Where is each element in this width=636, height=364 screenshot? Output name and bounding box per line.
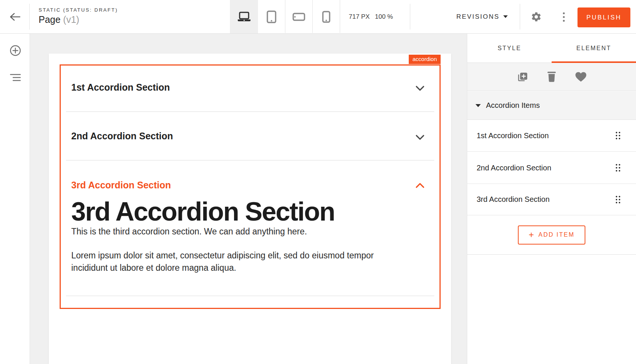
accordion-expanded-content: 3rd Accordion Section This is the third …: [71, 197, 432, 274]
gear-icon: [531, 11, 542, 22]
inspector-tabs: STYLE ELEMENT: [467, 34, 636, 63]
outline-button[interactable]: [8, 70, 23, 85]
revisions-dropdown[interactable]: REVISIONS: [456, 0, 508, 33]
device-desktop-button[interactable]: [230, 0, 258, 33]
laptop-icon: [237, 12, 251, 22]
selection-tag: accordion: [409, 55, 441, 64]
viewport-measurements: 717 PX 100 %: [349, 0, 393, 33]
divider: [66, 111, 434, 112]
accordion-section-2-title[interactable]: 2nd Accordion Section: [71, 131, 173, 142]
tab-style[interactable]: STYLE: [467, 34, 552, 63]
divider: [410, 4, 410, 30]
top-toolbar: STATIC (STATUS: DRAFT) Page (v1) 717 PX …: [0, 0, 636, 34]
accordion-section-3-title[interactable]: 3rd Accordion Section: [71, 180, 171, 191]
collapse-triangle-icon: [476, 104, 481, 107]
chevron-up-icon[interactable]: [416, 182, 424, 188]
tablet-landscape-icon: [292, 13, 305, 21]
inspector-panel: STYLE ELEMENT Accordion Items 1st Ac: [467, 34, 636, 364]
divider: [66, 295, 434, 296]
device-tablet-button[interactable]: [258, 0, 285, 33]
tablet-portrait-icon: [267, 10, 276, 23]
heart-icon: [575, 72, 587, 82]
content-paragraph: Lorem ipsum dolor sit amet, consectetur …: [71, 249, 390, 274]
editor-canvas: accordion 1st Accordion Section 2nd Acco…: [30, 34, 467, 364]
chevron-down-icon[interactable]: [416, 134, 424, 140]
drag-handle-icon[interactable]: [616, 196, 620, 203]
settings-button[interactable]: [528, 9, 544, 25]
divider: [29, 4, 30, 30]
status-label: STATIC (STATUS: DRAFT): [39, 7, 118, 13]
item-row-2[interactable]: 2nd Accordion Section: [467, 152, 636, 184]
arrow-left-icon: [9, 12, 21, 21]
page-version: (v1): [63, 14, 79, 25]
delete-button[interactable]: [545, 70, 558, 83]
content-subheading: This is the third accordion section. We …: [71, 227, 432, 237]
add-item-row: + ADD ITEM: [467, 215, 636, 255]
drag-handle-icon[interactable]: [616, 164, 620, 172]
duplicate-button[interactable]: [516, 70, 529, 83]
preview-page[interactable]: accordion 1st Accordion Section 2nd Acco…: [49, 54, 451, 364]
accordion-section-1-title[interactable]: 1st Accordion Section: [71, 82, 170, 93]
tab-element[interactable]: ELEMENT: [552, 34, 636, 63]
plus-circle-icon: [9, 45, 21, 57]
divider: [66, 160, 434, 161]
item-row-3[interactable]: 3rd Accordion Section: [467, 184, 636, 215]
divider: [340, 0, 340, 33]
left-toolbar: [0, 34, 30, 364]
divider: [520, 4, 520, 30]
accordion-items-header[interactable]: Accordion Items: [467, 91, 636, 120]
add-content-button[interactable]: [8, 43, 23, 58]
favorite-button[interactable]: [574, 70, 587, 83]
more-options-button[interactable]: [557, 9, 570, 25]
element-actions-row: [467, 63, 636, 91]
chevron-down-icon: [503, 15, 508, 18]
phone-icon: [322, 11, 330, 23]
device-tablet-landscape-button[interactable]: [285, 0, 312, 33]
content-heading: 3rd Accordion Section: [71, 197, 432, 226]
add-item-button[interactable]: + ADD ITEM: [518, 225, 585, 245]
viewport-width-label: 717 PX: [349, 13, 370, 21]
trash-icon: [547, 71, 556, 82]
device-phone-button[interactable]: [312, 0, 340, 33]
chevron-down-icon[interactable]: [416, 85, 424, 91]
back-button[interactable]: [7, 9, 23, 24]
page-title: Page (v1): [39, 14, 118, 25]
kebab-icon: [563, 12, 565, 14]
publish-button[interactable]: PUBLISH: [578, 7, 630, 27]
plus-icon: +: [529, 230, 534, 239]
page-title-block: STATIC (STATUS: DRAFT) Page (v1): [39, 7, 118, 25]
zoom-level-label: 100 %: [375, 13, 393, 21]
accordion-element-selection[interactable]: accordion 1st Accordion Section 2nd Acco…: [60, 64, 441, 309]
duplicate-icon: [517, 71, 528, 82]
list-lines-icon: [9, 73, 21, 82]
drag-handle-icon[interactable]: [616, 132, 620, 139]
panel-title: Accordion Items: [486, 101, 540, 110]
item-row-1[interactable]: 1st Accordion Section: [467, 120, 636, 152]
